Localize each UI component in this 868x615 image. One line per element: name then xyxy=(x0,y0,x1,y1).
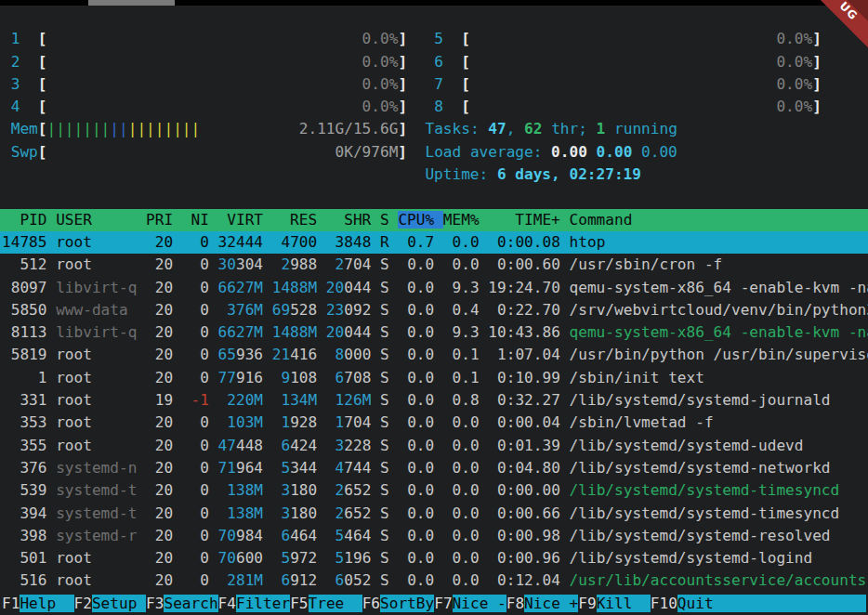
cell-time: 0:00.96 xyxy=(488,549,569,567)
fkey-f8-label[interactable]: Nice + xyxy=(524,595,578,612)
process-row-5850[interactable]: 5850 www-data 20 0 376M 69528 23092 S 0.… xyxy=(0,299,868,321)
fkey-f10-label[interactable]: Quit xyxy=(677,595,731,612)
fkey-f9-key[interactable]: F9 xyxy=(578,595,596,612)
process-row-5819[interactable]: 5819 root 20 0 65936 21416 8000 S 0.0 0.… xyxy=(0,344,868,366)
cell-virt: 138M xyxy=(227,504,271,522)
cell-res: 6 xyxy=(272,437,290,454)
process-row-331[interactable]: 331 root 19 -1 220M 134M 126M S 0.0 0.8 … xyxy=(0,389,868,412)
process-row-501[interactable]: 501 root 20 0 70600 5972 5196 S 0.0 0.0 … xyxy=(0,547,868,569)
cell-nice: 0 xyxy=(182,481,218,499)
fkey-f2-key[interactable]: F2 xyxy=(74,595,92,612)
cell-command: /lib/systemd/systemd-logind xyxy=(570,549,868,567)
mem-ticks-cache: |||||||| xyxy=(128,120,201,137)
fkey-f4-key[interactable]: F4 xyxy=(218,595,236,612)
load-average-label: Load average: xyxy=(425,143,551,161)
process-row-8113[interactable]: 8113 libvirt-q 20 0 6627M 1488M 20044 S … xyxy=(0,321,868,344)
column-header-cpupct[interactable]: CPU% xyxy=(398,211,442,229)
swp-meter-label: Swp xyxy=(2,143,38,161)
cell-time: 0:00.00 xyxy=(488,481,569,499)
fkey-f7-label[interactable]: Nice - xyxy=(453,595,506,612)
cell-priority: 20 xyxy=(146,255,182,273)
window-tab-handle[interactable] xyxy=(88,0,175,6)
column-header-pri[interactable]: PRI xyxy=(146,211,182,229)
cell-priority: 20 xyxy=(146,413,182,431)
fkey-f8-key[interactable]: F8 xyxy=(506,595,524,612)
process-row-14785[interactable]: 14785 root 20 0 32444 4700 3848 R 0.7 0.… xyxy=(0,231,868,254)
process-row-516[interactable]: 516 root 20 0 281M 6912 6052 S 0.0 0.0 0… xyxy=(0,569,868,592)
meter-close-bracket: ] xyxy=(398,98,407,115)
process-row-539[interactable]: 539 systemd-t 20 0 138M 3180 2652 S 0.0 … xyxy=(0,479,868,502)
fkey-f9-label[interactable]: Kill xyxy=(597,595,651,612)
cell-res: 4 xyxy=(272,233,290,251)
process-row-355[interactable]: 355 root 20 0 47448 6424 3228 S 0.0 0.0 … xyxy=(0,435,868,457)
column-header-command[interactable]: Command xyxy=(570,211,868,229)
cell-res: 9 xyxy=(272,369,290,386)
fkey-f1-label[interactable]: Help xyxy=(20,595,73,612)
cell-res: 5 xyxy=(272,549,290,567)
cell-user: systemd-r xyxy=(56,527,146,544)
column-header-user[interactable]: USER xyxy=(56,211,146,229)
meter-close-bracket: ] xyxy=(398,30,407,47)
process-row-376[interactable]: 376 systemd-n 20 0 71964 5344 4744 S 0.0… xyxy=(0,457,868,479)
fkey-f3-key[interactable]: F3 xyxy=(146,595,164,612)
process-row-8097[interactable]: 8097 libvirt-q 20 0 6627M 1488M 20044 S … xyxy=(0,277,868,299)
cell-mem-pct: 9.3 xyxy=(443,323,488,341)
cell-priority: 20 xyxy=(146,323,182,341)
fkey-bar-filler xyxy=(731,595,866,612)
column-header-ni[interactable]: NI xyxy=(182,211,218,229)
cell-user: www-data xyxy=(56,301,146,319)
process-row-394[interactable]: 394 systemd-t 20 0 138M 3180 2652 S 0.0 … xyxy=(0,503,868,525)
cell-time: 0:22.70 xyxy=(488,301,569,319)
cell-cpu-pct: 0.0 xyxy=(398,323,442,341)
cell-shr: 4 xyxy=(326,459,344,477)
cell-mem-pct: 0.4 xyxy=(443,301,488,319)
cell-state: S xyxy=(380,391,398,409)
fkey-f4-label[interactable]: Filter xyxy=(236,595,290,612)
cell-command: /lib/systemd/systemd-resolved xyxy=(570,527,868,544)
cell-nice: 0 xyxy=(182,571,218,589)
load-average-2: 0.00 xyxy=(597,143,641,161)
mem-ticks-buffers: || xyxy=(110,120,127,137)
cell-cpu-pct: 0.0 xyxy=(398,549,442,567)
meter-open-bracket: [ xyxy=(461,98,470,115)
fkey-f1-key[interactable]: F1 xyxy=(2,595,20,612)
cell-cpu-pct: 0.0 xyxy=(398,391,442,409)
cell-res: 3 xyxy=(272,504,290,522)
column-header-virt[interactable]: VIRT xyxy=(218,211,272,229)
fkey-f6-key[interactable]: F6 xyxy=(362,595,380,612)
column-header-mempct[interactable]: MEM% xyxy=(443,211,488,229)
process-row-353[interactable]: 353 root 20 0 103M 1928 1704 S 0.0 0.0 0… xyxy=(0,412,868,434)
cpu-meter-row-4: 4 [ 0.0%] 8 [ 0.0%] xyxy=(0,96,868,118)
meter-close-bracket: ] xyxy=(812,30,822,47)
cell-mem-pct: 9.3 xyxy=(443,279,488,296)
meter-open-bracket: [ xyxy=(38,120,47,137)
column-header-res[interactable]: RES xyxy=(272,211,326,229)
cpu-meter-label: 5 xyxy=(425,30,442,47)
fkey-f5-key[interactable]: F5 xyxy=(290,595,308,612)
cell-time: 10:43.86 xyxy=(488,323,569,341)
cell-cpu-pct: 0.0 xyxy=(398,481,442,499)
process-row-398[interactable]: 398 systemd-r 20 0 70984 6464 5464 S 0.0… xyxy=(0,525,868,547)
fkey-f3-label[interactable]: Search xyxy=(164,595,217,612)
fkey-f2-label[interactable]: Setup xyxy=(92,595,146,612)
mem-ticks-used: ||||||| xyxy=(46,120,110,137)
process-row-512[interactable]: 512 root 20 0 30304 2988 2704 S 0.0 0.0 … xyxy=(0,254,868,276)
fkey-f5-label[interactable]: Tree xyxy=(309,595,362,612)
fkey-f7-key[interactable]: F7 xyxy=(434,595,452,612)
fkey-f10-key[interactable]: F10 xyxy=(651,595,677,612)
cell-shr: 5 xyxy=(326,549,344,567)
process-row-1[interactable]: 1 root 20 0 77916 9108 6708 S 0.0 0.1 0:… xyxy=(0,367,868,389)
cell-state: S xyxy=(380,549,398,567)
fkey-f6-label[interactable]: SortBy xyxy=(380,595,434,612)
running-label: running xyxy=(605,120,677,137)
column-header-shr[interactable]: SHR xyxy=(326,211,380,229)
column-header-timeplus[interactable]: TIME+ xyxy=(488,211,569,229)
column-header-s[interactable]: S xyxy=(380,211,398,229)
column-header-pid[interactable]: PID xyxy=(2,211,56,229)
cell-virt: 47 xyxy=(218,437,236,454)
cell-mem-pct: 0.8 xyxy=(443,391,488,409)
cell-cpu-pct: 0.0 xyxy=(398,301,442,319)
cell-mem-pct: 0.1 xyxy=(443,369,488,386)
cell-user: root xyxy=(56,413,146,431)
uptime-row: Uptime: 6 days, 02:27:19 xyxy=(0,164,868,186)
